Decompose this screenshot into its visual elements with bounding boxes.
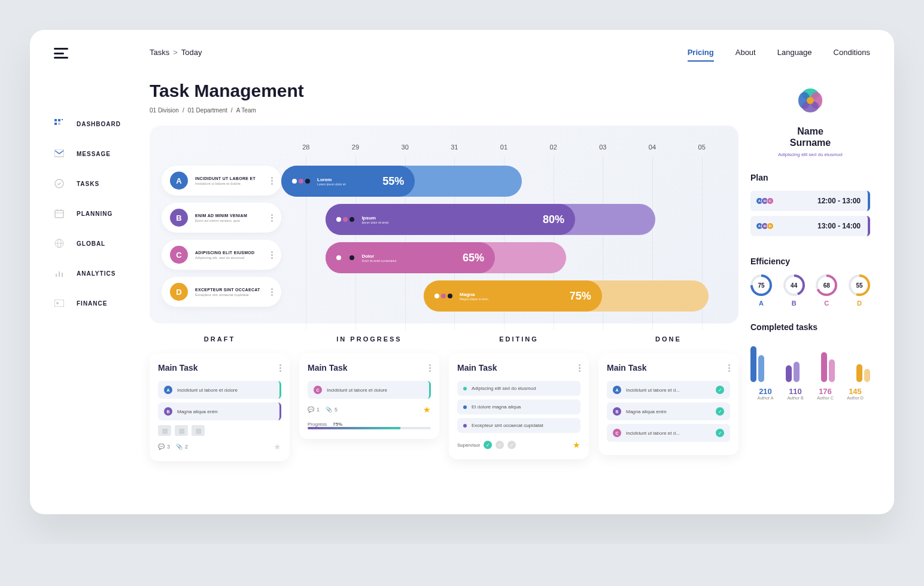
profile-card: NameSurname Adipiscing elit sed do eiusm… [750,84,870,157]
more-icon[interactable] [429,364,431,372]
kanban-card-done[interactable]: Main Task AIncididunt ut labore et d...✓… [598,353,738,455]
sidebar-item-tasks[interactable]: TASKS [54,178,138,189]
kanban-col-draft: DRAFT [150,335,290,343]
svg-rect-2 [54,123,57,125]
plan-title: Plan [750,173,870,182]
gantt-task-B[interactable]: BENIM AD MINIM VENIAMEnim ad minim venia… [162,203,281,233]
check-icon: ✓ [716,429,724,437]
efficiency-title: Efficiency [750,257,870,266]
more-icon[interactable] [271,177,273,185]
more-icon[interactable] [279,364,281,372]
image-icon: ▨ [158,425,171,436]
image-icon: ▨ [192,425,205,436]
attachments-count[interactable]: 📎 5 [326,407,338,413]
top-nav: Pricing About Language Conditions [688,48,870,62]
kanban-card-editing[interactable]: Main Task Adipiscing elit sed do eiusmod… [449,353,589,459]
svg-rect-7 [55,210,63,218]
menu-icon[interactable] [54,48,68,59]
gantt-dates: 282930310102030405 [281,144,727,151]
list-item[interactable]: Et dolore magna aliqua [457,399,580,414]
check-icon [54,178,65,189]
more-icon[interactable] [271,251,273,259]
plan-item[interactable]: ABC12:00 - 13:00 [750,191,870,211]
attachments-count[interactable]: 📎 2 [176,444,188,450]
image-icon: ▨ [175,425,188,436]
svg-rect-16 [62,273,63,277]
svg-point-23 [807,97,814,104]
list-item[interactable]: CIncididunt ut labore et d...✓ [607,424,730,442]
svg-rect-1 [58,119,60,121]
kanban-col-editing: EDITING [449,335,589,343]
gantt-bar[interactable]: DolorDolor sit amet consectetur 65% [281,242,727,273]
efficiency-rings: 75A44B68C55D [750,274,870,307]
mail-icon [54,148,65,159]
svg-rect-14 [56,274,57,277]
list-item[interactable]: AIncididunt ut labore et dolore [158,381,281,399]
kanban-col-done: DONE [598,335,738,343]
sidebar-item-analytics[interactable]: ANALYTICS [54,268,138,279]
star-icon[interactable]: ★ [423,405,431,414]
kanban-card-progress[interactable]: Main Task CIncididunt ut labore et dolor… [299,353,439,439]
more-icon[interactable] [728,364,730,372]
svg-rect-0 [54,119,57,121]
sidebar-item-finance[interactable]: FINANCE [54,298,138,309]
sidebar-item-dashboard[interactable]: DASHBOARD [54,118,138,129]
star-icon[interactable]: ★ [573,440,580,450]
gantt-panel: 282930310102030405 AINCIDIDUNT UT LABORE… [150,126,738,323]
calendar-icon [54,208,65,219]
kanban-card-draft[interactable]: Main Task AIncididunt ut labore et dolor… [150,353,290,461]
list-item[interactable]: Excepteur sint occaecat cupidatat [457,418,580,433]
more-icon[interactable] [271,288,273,296]
check-icon: ✓ [716,407,724,416]
plan-item[interactable]: ABD13:00 - 14:00 [750,216,870,236]
comments-count[interactable]: 💬 1 [308,407,320,413]
sidebar-item-global[interactable]: GLOBAL [54,238,138,249]
grid-icon [54,118,65,129]
nav-conditions[interactable]: Conditions [834,48,870,62]
nav-pricing[interactable]: Pricing [688,48,714,62]
sidebar: DASHBOARDMESSAGETASKSPLANNINGGLOBALANALY… [54,118,138,309]
gantt-bar[interactable]: LoremLorem ipsum dolor sit 55% [281,166,727,197]
list-item[interactable]: BMagna aliqua enim✓ [607,402,730,420]
completed-chart [750,340,870,382]
list-item[interactable]: Adipiscing elit sed do eiusmod [457,381,580,396]
gantt-task-list: AINCIDIDUNT UT LABORE ETIncididunt ut la… [162,166,281,312]
list-item[interactable]: AIncididunt ut labore et d...✓ [607,381,730,399]
gantt-bars: LoremLorem ipsum dolor sit 55% IpsumIpsu… [281,166,727,312]
svg-rect-3 [58,123,60,125]
list-item[interactable]: BMagna aliqua enim [158,402,281,420]
completed-title: Completed tasks [750,322,870,332]
kanban-board: DRAFT Main Task AIncididunt ut labore et… [150,335,738,461]
star-icon[interactable]: ★ [273,442,281,451]
svg-point-18 [56,302,59,304]
gantt-bar[interactable]: MagnaMagna aliqua ut enim 75% [281,280,727,312]
efficiency-ring-D: 55D [849,274,870,307]
bars-icon [54,268,65,279]
sub-breadcrumb: 01 Division/01 Department/A Team [150,107,738,114]
svg-rect-17 [54,300,64,307]
gantt-task-A[interactable]: AINCIDIDUNT UT LABORE ETIncididunt ut la… [162,166,281,196]
nav-language[interactable]: Language [777,48,812,62]
efficiency-ring-B: 44B [783,274,805,307]
efficiency-ring-A: 75A [750,274,772,307]
attachments-thumbs: ▨ ▨ ▨ [158,425,281,436]
svg-rect-15 [59,271,60,277]
more-icon[interactable] [271,214,273,222]
gantt-task-D[interactable]: DEXCEPTEUR SINT OCCAECATExcepteur sint o… [162,277,281,307]
svg-rect-5 [54,149,64,157]
completed-labels: 210Author A110Author B176Author C145Auth… [750,387,870,400]
svg-rect-4 [62,119,63,120]
more-icon[interactable] [579,364,580,372]
globe-icon [54,238,65,249]
kanban-col-progress: IN PROGRESS [299,335,439,343]
nav-about[interactable]: About [735,48,756,62]
gantt-task-C[interactable]: CADIPISCING ELIT EIUSMODAdipiscing elit,… [162,240,281,270]
supervisor-row: Supervisor ✓ ✓ ✓ ★ [457,440,580,450]
sidebar-item-message[interactable]: MESSAGE [54,148,138,159]
list-item[interactable]: CIncididunt ut labore et dolore [308,381,431,399]
comments-count[interactable]: 💬 3 [158,444,170,450]
gantt-bar[interactable]: IpsumIpsum dolor sit amet 80% [281,204,727,235]
check-icon: ✓ [716,386,724,394]
sidebar-item-planning[interactable]: PLANNING [54,208,138,219]
card-icon [54,298,65,309]
